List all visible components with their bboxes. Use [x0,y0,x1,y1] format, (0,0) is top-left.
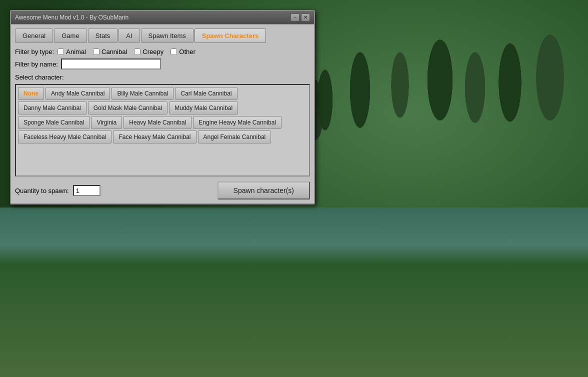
tab-stats[interactable]: Stats [88,28,118,43]
tab-game[interactable]: Game [54,28,86,43]
window-title: Awesome Menu Mod v1.0 - By OSubMarin [15,14,128,21]
filter-other-label[interactable]: Other [170,48,196,56]
filter-cannibal-checkbox[interactable] [93,48,100,55]
char-btn-faceless-heavy[interactable]: Faceless Heavy Male Cannibal [18,130,112,144]
quantity-input[interactable] [73,185,100,196]
filter-name-label: Filter by name: [15,60,58,68]
char-btn-face-heavy[interactable]: Face Heavy Male Cannibal [113,130,196,144]
modal-content: General Game Stats AI Spawn Items Spawn … [11,24,314,204]
tab-general[interactable]: General [15,28,53,43]
filter-animal-text: Animal [66,48,86,56]
title-bar-buttons: – ✕ [290,14,310,22]
filter-type-label: Filter by type: [15,48,54,56]
char-btn-gold-mask[interactable]: Gold Mask Male Cannibal [88,102,168,114]
tab-bar: General Game Stats AI Spawn Items Spawn … [15,28,310,43]
filter-cannibal-label[interactable]: Cannibal [93,48,127,56]
minimize-button[interactable]: – [290,14,300,22]
filter-animal-checkbox[interactable] [58,48,64,55]
char-btn-engine-heavy[interactable]: Engine Heavy Male Cannibal [193,116,282,129]
char-btn-heavy[interactable]: Heavy Male Cannibal [124,116,192,129]
filter-name-row: Filter by name: [15,58,310,70]
char-btn-angel-female[interactable]: Angel Female Cannibal [198,130,272,144]
tab-spawn-items[interactable]: Spawn Items [141,28,194,43]
filter-other-checkbox[interactable] [170,48,177,55]
char-btn-carl[interactable]: Carl Male Cannibal [175,87,237,100]
char-btn-danny[interactable]: Danny Male Cannibal [18,102,86,114]
filter-type-row: Filter by type: Animal Cannibal Creepy O… [15,48,310,56]
char-btn-muddy[interactable]: Muddy Male Cannibal [169,102,238,114]
char-btn-andy[interactable]: Andy Male Cannibal [46,87,110,100]
quantity-label: Quantity to spawn: [15,187,69,194]
close-button[interactable]: ✕ [301,14,310,22]
filter-animal-label[interactable]: Animal [58,48,86,56]
tab-ai[interactable]: AI [118,28,140,43]
char-btn-sponge[interactable]: Sponge Male Cannibal [18,116,90,129]
tab-spawn-characters[interactable]: Spawn Characters [194,28,266,43]
select-character-label: Select character: [15,74,310,81]
char-btn-virginia[interactable]: Virginia [91,116,122,129]
filter-creepy-label[interactable]: Creepy [134,48,164,56]
filter-creepy-text: Creepy [142,48,164,56]
spawn-button[interactable]: Spawn character(s) [218,182,310,200]
filter-other-text: Other [179,48,196,56]
quantity-row: Quantity to spawn: [15,185,100,196]
filter-cannibal-text: Cannibal [102,48,127,56]
char-btn-billy[interactable]: Billy Male Cannibal [112,87,174,100]
character-grid-wrapper[interactable]: NoneAndy Male CannibalBilly Male Canniba… [15,84,310,176]
bottom-row: Quantity to spawn: Spawn character(s) [15,182,310,200]
char-btn-none[interactable]: None [18,87,44,100]
character-grid: NoneAndy Male CannibalBilly Male Canniba… [16,85,309,146]
title-bar: Awesome Menu Mod v1.0 - By OSubMarin – ✕ [11,11,314,24]
modal-window: Awesome Menu Mod v1.0 - By OSubMarin – ✕… [10,10,315,204]
filter-name-input[interactable] [61,58,161,70]
filter-creepy-checkbox[interactable] [134,48,140,55]
